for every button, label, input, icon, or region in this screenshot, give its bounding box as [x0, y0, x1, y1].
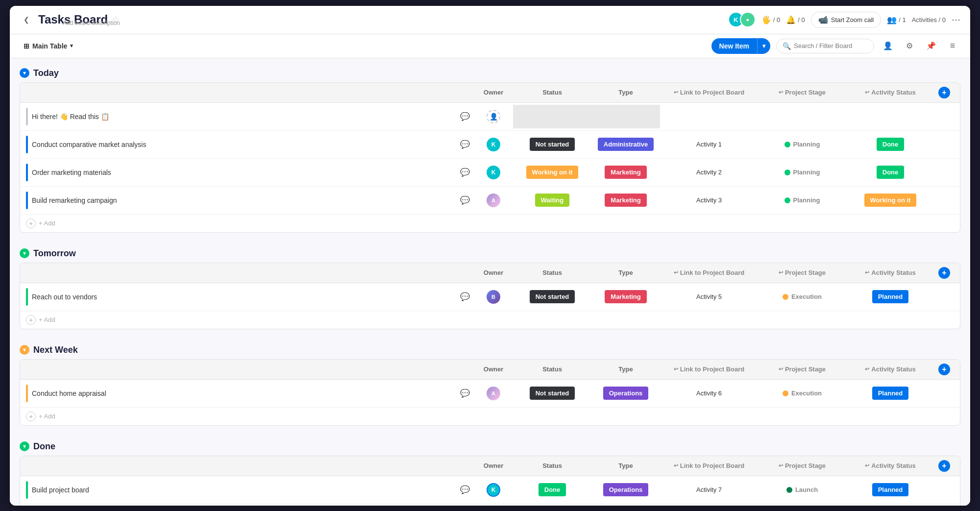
activity-badge-planned2[interactable]: Planned — [872, 387, 909, 400]
group-tomorrow: ▾ Tomorrow Owner Status Type ↩ Link to P… — [20, 248, 960, 329]
activity-badge-working[interactable]: Working on it — [864, 194, 917, 207]
settings-icon-btn[interactable]: ⚙ — [902, 38, 917, 54]
chat-icon-remarketing[interactable]: 💬 — [460, 195, 470, 205]
activity-cell-vendors[interactable]: Planned — [846, 290, 934, 303]
status-cell-market[interactable]: Not started — [513, 138, 591, 151]
zoom-button[interactable]: 📹 Start Zoom call — [811, 12, 881, 28]
status-badge-not-started[interactable]: Not started — [530, 138, 575, 151]
type-cell-vendors[interactable]: Marketing — [591, 290, 660, 303]
type-cell-remarketing[interactable]: Marketing — [591, 194, 660, 207]
collapse-button[interactable]: ❮ — [20, 13, 33, 26]
type-cell-market[interactable]: Administrative — [591, 138, 660, 151]
status-cell-board[interactable]: Done — [513, 483, 591, 496]
chat-icon-market[interactable]: 💬 — [460, 140, 470, 149]
new-item-button[interactable]: New Item ▾ — [711, 38, 770, 54]
status-badge-done[interactable]: Done — [539, 483, 566, 496]
owner-avatar-k2: K — [487, 166, 500, 179]
search-input[interactable] — [794, 42, 868, 49]
new-item-label: New Item — [711, 38, 757, 54]
col-type-header: Type — [591, 89, 660, 96]
type-badge-ops2[interactable]: Operations — [603, 483, 649, 496]
group-nextweek-title[interactable]: Next Week — [33, 345, 78, 355]
group-today-header: ▾ Today — [20, 68, 960, 78]
chat-icon-order[interactable]: 💬 — [460, 168, 470, 177]
activities-button[interactable]: Activities / 0 — [912, 16, 946, 24]
add-column-button-tmr[interactable]: + — [938, 267, 950, 279]
activity-badge-done2[interactable]: Done — [877, 166, 905, 179]
col-activity-header-done: ↩ Activity Status — [846, 462, 934, 469]
stage-dot-green1 — [784, 142, 790, 147]
bell-count: / 0 — [798, 16, 805, 24]
owner-avatar-k3: K — [487, 483, 500, 497]
group-done-title[interactable]: Done — [33, 441, 55, 452]
activity-cell-appraisal[interactable]: Planned — [846, 387, 934, 400]
group-tomorrow-title[interactable]: Tomorrow — [33, 248, 76, 259]
task-cell-appraisal: Conduct home appraisal 💬 — [26, 380, 474, 407]
task-name-board: Build project board — [32, 486, 456, 494]
group-done-header: ▾ Done — [20, 441, 960, 452]
activity-cell-order[interactable]: Done — [846, 166, 934, 179]
type-badge-ops1[interactable]: Operations — [603, 387, 649, 400]
add-btn-circle-tomorrow: + — [26, 315, 36, 325]
chat-icon-hi[interactable]: 💬 — [460, 112, 470, 121]
add-row-nextweek[interactable]: + + Add — [20, 408, 960, 425]
stage-label-launch: Launch — [795, 486, 818, 493]
activity-cell-market[interactable]: Done — [846, 138, 934, 151]
activity-cell-board[interactable]: Planned — [846, 483, 934, 496]
add-column-button-nw[interactable]: + — [938, 364, 950, 375]
link-label-done: Link to Project Board — [680, 462, 744, 469]
table-view-button[interactable]: ⊞ Main Table ▾ — [20, 40, 77, 52]
table-row: Order marketing materials 💬 K Working on… — [20, 159, 960, 187]
new-item-arrow[interactable]: ▾ — [757, 39, 770, 53]
add-label-today: + Add — [39, 219, 55, 227]
invite-stat[interactable]: 🖐 / 0 — [761, 15, 780, 24]
group-today-title[interactable]: Today — [33, 68, 59, 78]
task-bar-vendors — [26, 288, 28, 306]
activity-cell-remarketing[interactable]: Working on it — [846, 194, 934, 207]
status-badge-ns3[interactable]: Not started — [530, 387, 575, 400]
stage-label-planning2: Planning — [793, 169, 820, 176]
activity-badge-done1[interactable]: Done — [877, 138, 905, 151]
status-cell-appraisal[interactable]: Not started — [513, 387, 591, 400]
chat-icon-vendors[interactable]: 💬 — [460, 292, 470, 301]
type-cell-appraisal[interactable]: Operations — [591, 387, 660, 400]
chat-icon-board[interactable]: 💬 — [460, 485, 470, 494]
chat-icon-appraisal[interactable]: 💬 — [460, 389, 470, 398]
stage-dot-dark-green — [786, 487, 792, 493]
owner-cell-order: K — [474, 166, 513, 179]
add-column-button-done[interactable]: + — [938, 460, 950, 472]
stage-icon: ↩ — [779, 89, 783, 96]
stage-icon-done: ↩ — [779, 462, 783, 469]
type-badge-admin[interactable]: Administrative — [598, 138, 654, 151]
status-badge-working[interactable]: Working on it — [526, 166, 579, 179]
type-badge-marketing2[interactable]: Marketing — [605, 194, 646, 207]
status-badge-ns2[interactable]: Not started — [530, 290, 575, 303]
type-cell-board[interactable]: Operations — [591, 483, 660, 496]
board-subtitle[interactable]: Add board description — [63, 20, 120, 26]
filter-icon-btn[interactable]: ≡ — [945, 38, 960, 54]
activity-badge-planned3[interactable]: Planned — [872, 483, 909, 496]
add-row-tomorrow[interactable]: + + Add — [20, 311, 960, 329]
add-column-button[interactable]: + — [938, 87, 950, 98]
activity-badge-planned1[interactable]: Planned — [872, 290, 909, 303]
pin-icon-btn[interactable]: 📌 — [923, 38, 939, 54]
status-cell-remarketing[interactable]: Waiting — [513, 194, 591, 207]
status-cell-order[interactable]: Working on it — [513, 166, 591, 179]
status-cell-vendors[interactable]: Not started — [513, 290, 591, 303]
task-bar-market — [26, 136, 28, 153]
add-row-done[interactable]: + + Add — [20, 504, 960, 506]
add-row-today[interactable]: + + Add — [20, 215, 960, 232]
more-button[interactable]: ⋯ — [952, 14, 960, 25]
activity-label-nw: Activity Status — [871, 365, 915, 373]
bell-stat[interactable]: 🔔 / 0 — [786, 15, 805, 24]
person-icon-btn[interactable]: 👤 — [880, 38, 896, 54]
members-button[interactable]: 👥 / 1 — [887, 15, 906, 24]
activity-icon: ↩ — [865, 89, 869, 96]
activity-label-done: Activity Status — [871, 462, 915, 469]
type-badge-marketing3[interactable]: Marketing — [605, 290, 646, 303]
status-badge-waiting[interactable]: Waiting — [535, 194, 569, 207]
type-cell-order[interactable]: Marketing — [591, 166, 660, 179]
members-count: / 1 — [899, 16, 906, 24]
type-badge-marketing1[interactable]: Marketing — [605, 166, 646, 179]
search-box: 🔍 — [776, 39, 874, 53]
